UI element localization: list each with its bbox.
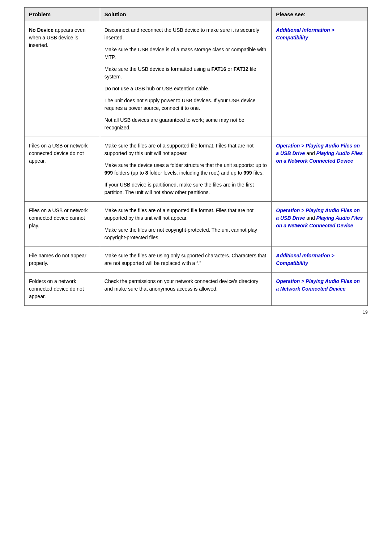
solution-paragraph: Make sure the files are of a supported f…	[105, 207, 267, 222]
see-cell: Additional Information > Compatibility	[272, 247, 368, 273]
header-problem: Problem	[25, 8, 100, 21]
header-solution: Solution	[100, 8, 272, 21]
solution-cell: Make sure the files are of a supported f…	[100, 202, 272, 247]
problem-cell: File names do not appear properly.	[25, 247, 100, 273]
solution-cell: Make sure the files are of a supported f…	[100, 137, 272, 202]
see-cell: Operation > Playing Audio Files on a USB…	[272, 137, 368, 202]
see-cell: Operation > Playing Audio Files on a USB…	[272, 202, 368, 247]
table-row: Files on a USB or network connected devi…	[25, 202, 368, 247]
bold-word: 8	[145, 170, 148, 176]
solution-paragraph: Do not use a USB hub or USB extention ca…	[105, 85, 267, 93]
see-cell: Operation > Playing Audio Files on a Net…	[272, 273, 368, 306]
solution-paragraph: Make sure the USB device is of a mass st…	[105, 46, 267, 61]
see-link[interactable]: Additional Information > Compatibility	[276, 27, 334, 40]
bold-word: 999	[105, 170, 113, 176]
solution-cell: Disconnect and reconnect the USB device …	[100, 21, 272, 137]
see-link[interactable]: Additional Information > Compatibility	[276, 253, 334, 266]
problem-bold: No Device	[29, 27, 54, 33]
see-cell: Additional Information > Compatibility	[272, 21, 368, 137]
solution-paragraph: Make sure the files are not copyright-pr…	[105, 226, 267, 241]
troubleshooting-table: Problem Solution Please see: No Device a…	[24, 7, 368, 306]
page-wrapper: Problem Solution Please see: No Device a…	[24, 7, 368, 315]
bold-word: FAT16	[211, 66, 226, 72]
bold-word: FAT32	[234, 66, 248, 72]
problem-cell: Files on a USB or network connected devi…	[25, 202, 100, 247]
solution-paragraph: If your USB device is partitioned, make …	[105, 181, 267, 196]
bold-word: 999	[105, 170, 113, 176]
problem-cell: No Device appears even when a USB device…	[25, 21, 100, 137]
table-row: Files on a USB or network connected devi…	[25, 137, 368, 202]
solution-paragraph: Make sure the device uses a folder struc…	[105, 162, 267, 177]
problem-cell: Files on a USB or network connected devi…	[25, 137, 100, 202]
solution-paragraph: Not all USB devices are guaranteed to wo…	[105, 116, 267, 132]
see-link[interactable]: Operation > Playing Audio Files on a Net…	[276, 278, 360, 292]
solution-paragraph: Make sure the files are using only suppo…	[105, 252, 267, 267]
table-row: Folders on a network connected device do…	[25, 273, 368, 306]
bold-word: 999	[243, 170, 252, 176]
problem-cell: Folders on a network connected device do…	[25, 273, 100, 306]
solution-paragraph: Make sure the USB device is formatted us…	[105, 65, 267, 81]
solution-paragraph: The unit does not supply power to USB de…	[105, 97, 267, 112]
solution-paragraph: Make sure the files are of a supported f…	[105, 142, 267, 157]
table-row: File names do not appear properly.Make s…	[25, 247, 368, 273]
page-number: 19	[24, 309, 368, 315]
bold-word: 999	[243, 170, 252, 176]
solution-cell: Check the permissions on your network co…	[100, 273, 272, 306]
solution-paragraph: Check the permissions on your network co…	[105, 278, 267, 293]
header-see: Please see:	[272, 8, 368, 21]
solution-paragraph: Disconnect and reconnect the USB device …	[105, 26, 267, 42]
table-row: No Device appears even when a USB device…	[25, 21, 368, 137]
solution-cell: Make sure the files are using only suppo…	[100, 247, 272, 273]
